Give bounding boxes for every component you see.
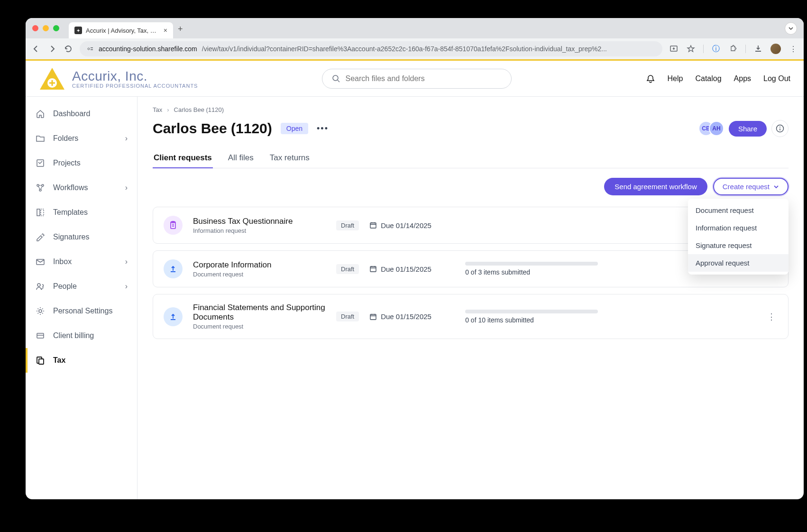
request-title: Financial Statements and Supporting Docu… [193,303,326,322]
install-app-icon[interactable] [669,44,679,54]
due-date: Due 01/14/2025 [381,221,431,229]
search-icon [332,74,340,83]
create-request-label: Create request [723,183,770,191]
svg-rect-15 [37,333,44,338]
projects-icon [35,158,46,168]
sidebar: Dashboard Folders › Projects Workflows ›… [26,97,138,499]
site-info-icon[interactable] [86,45,94,53]
app-body: Dashboard Folders › Projects Workflows ›… [26,97,804,499]
avatar-stack[interactable]: CB AH [698,121,724,136]
sidebar-item-client-billing[interactable]: Client billing [26,323,137,348]
sidebar-item-inbox[interactable]: Inbox › [26,249,137,274]
tabs-dropdown-button[interactable] [785,22,797,35]
new-tab-button[interactable]: + [178,24,183,34]
profile-avatar[interactable] [770,44,781,54]
app-header: Accurix, Inc. CERTIFIED PROFESSIONAL ACC… [26,61,804,97]
header-links: Help Catalog Apps Log Out [646,74,790,83]
tab-close-button[interactable]: × [164,27,167,34]
sidebar-item-dashboard[interactable]: Dashboard [26,101,137,126]
svg-point-0 [88,48,90,50]
chevron-right-icon: › [125,282,128,291]
extensions-icon[interactable] [728,44,738,54]
help-link[interactable]: Help [668,74,683,83]
svg-rect-17 [39,359,44,364]
breadcrumb-root[interactable]: Tax [153,106,162,113]
request-card[interactable]: Financial Statements and Supporting Docu… [153,294,789,339]
forward-button[interactable] [47,44,57,54]
svg-rect-23 [370,266,376,272]
create-request-button[interactable]: Create request [713,178,789,195]
notifications-icon[interactable] [646,74,655,83]
inbox-icon [35,257,46,267]
catalog-link[interactable]: Catalog [695,74,721,83]
browser-menu-icon[interactable]: ⋮ [789,44,798,54]
upload-icon [164,259,183,278]
brand-subtitle: CERTIFIED PROFESSIONAL ACCOUNTANTS [72,83,198,89]
signature-icon [35,232,46,242]
back-button[interactable] [31,44,41,54]
share-button[interactable]: Share [729,121,767,137]
svg-rect-2 [91,49,93,50]
chevron-right-icon: › [125,134,128,143]
row-more-icon[interactable]: ⋮ [765,312,778,322]
apps-link[interactable]: Apps [734,74,751,83]
tab-tax-returns[interactable]: Tax returns [269,148,311,168]
templates-icon [35,207,46,218]
svg-point-19 [779,127,780,128]
dropdown-item-document-request[interactable]: Document request [688,202,789,219]
window-close-button[interactable] [32,25,38,31]
send-workflow-button[interactable]: Send agreement workflow [604,178,707,195]
url-bar[interactable]: accounting-solution.sharefile.com/view/t… [80,41,662,56]
window-minimize-button[interactable] [43,25,49,31]
dropdown-item-information-request[interactable]: Information request [688,219,789,237]
info-button[interactable] [771,120,789,137]
sidebar-item-label: Workflows [53,183,88,192]
status-badge: Open [281,123,308,134]
search-box[interactable] [322,69,512,89]
sidebar-item-workflows[interactable]: Workflows › [26,175,137,200]
main-content: Tax › Carlos Bee (1120) Carlos Bee (1120… [138,97,804,499]
chevron-right-icon: › [167,106,169,113]
sidebar-item-folders[interactable]: Folders › [26,126,137,151]
sidebar-item-templates[interactable]: Templates [26,200,137,225]
sidebar-item-signatures[interactable]: Signatures [26,225,137,249]
divider [703,45,704,53]
request-due: Due 01/15/2025 [369,312,455,321]
logout-link[interactable]: Log Out [763,74,790,83]
sidebar-item-label: Templates [53,208,88,217]
bookmark-icon[interactable] [686,44,696,54]
svg-rect-1 [91,47,93,48]
sidebar-item-tax[interactable]: Tax [26,348,137,373]
reload-button[interactable] [64,44,73,54]
progress-bar [465,262,598,266]
brand-logo[interactable]: Accurix, Inc. CERTIFIED PROFESSIONAL ACC… [39,67,198,91]
info-blue-icon[interactable]: ⓘ [711,44,721,54]
browser-tab[interactable]: ✦ Accurix | Advisory, Tax, and A × [69,22,173,38]
download-icon[interactable] [753,44,763,54]
progress-text: 0 of 3 items submitted [465,268,598,276]
request-status-badge: Draft [336,312,359,321]
dropdown-item-approval-request[interactable]: Approval request [688,254,789,272]
tab-title: Accurix | Advisory, Tax, and A [86,27,160,34]
brand-name: Accurix, Inc. [72,69,198,84]
url-path: /view/tax/v1/individual?containerRID=sha… [202,45,656,53]
sidebar-item-label: Dashboard [53,110,90,118]
sidebar-item-projects[interactable]: Projects [26,151,137,175]
window-maximize-button[interactable] [53,25,59,31]
clipboard-icon [164,216,183,235]
tab-client-requests[interactable]: Client requests [153,148,213,168]
tab-all-files[interactable]: All files [227,148,255,168]
request-title: Corporate Information [193,260,326,270]
people-icon [35,281,46,292]
more-actions-icon[interactable]: ••• [317,124,329,134]
due-date: Due 01/15/2025 [381,312,431,321]
progress-bar [465,310,598,313]
page-title: Carlos Bee (1120) [153,120,272,137]
svg-rect-24 [370,314,376,320]
gear-icon [35,306,46,316]
search-input[interactable] [345,74,502,83]
sidebar-item-personal-settings[interactable]: Personal Settings [26,299,137,323]
sidebar-item-people[interactable]: People › [26,274,137,299]
request-due: Due 01/14/2025 [369,221,455,229]
dropdown-item-signature-request[interactable]: Signature request [688,237,789,254]
